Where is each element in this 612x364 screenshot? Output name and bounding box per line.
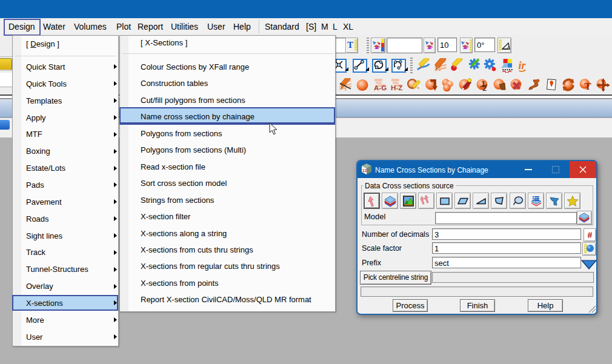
svg-text:T: T: [584, 81, 591, 91]
svg-text:H-Z: H-Z: [391, 84, 402, 91]
svg-text:12: 12: [362, 168, 367, 173]
svg-text:A-G: A-G: [374, 84, 387, 91]
svg-text:2: 2: [482, 85, 486, 91]
